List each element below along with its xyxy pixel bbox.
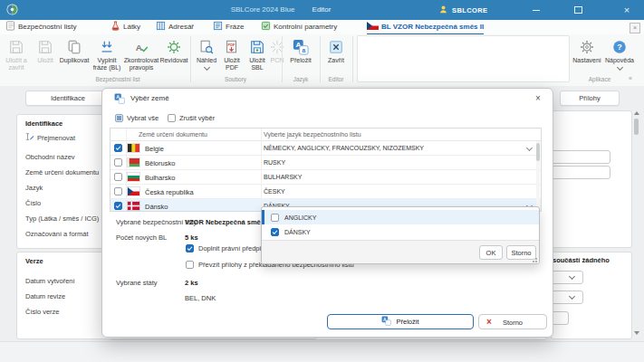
title-bar: SBLCore 2024 Blue Editor SBLCORE × (0, 0, 644, 20)
maximize-button[interactable] (565, 0, 591, 20)
section-tab-identification[interactable]: Identifikace (25, 90, 111, 106)
translate-icon: Aa (284, 37, 318, 55)
deselect-all-checkbox[interactable]: Zrušit výběr (168, 113, 215, 123)
country-row[interactable]: BulharskoBULHARSKY (111, 170, 541, 185)
tab-safety-data-sheets[interactable]: Bezpečnostní listy (5, 20, 76, 33)
minimize-button[interactable] (524, 0, 549, 20)
settings-button[interactable]: Nastavení (571, 37, 603, 64)
cancel-button[interactable]: × Storno (478, 314, 547, 329)
country-name: Dánsko (145, 203, 168, 211)
country-checkbox[interactable] (114, 202, 122, 210)
tab-document-editor[interactable]: BL VZOR Nebezpečná směs II (367, 20, 484, 35)
ribbon-group-label: Soubory (204, 76, 267, 82)
country-checkbox[interactable] (114, 144, 122, 152)
cancel-button-label: Storno (479, 319, 546, 327)
scrollbar-down-arrow[interactable] (634, 331, 639, 335)
app-logo-icon (5, 3, 19, 18)
checkbox-unchecked[interactable] (186, 261, 194, 269)
save-and-close-button[interactable]: Uložit a zavřít (0, 37, 33, 71)
save-button[interactable]: Uložit (33, 37, 58, 64)
tab-label: BL VZOR Nebezpečná směs II (381, 23, 484, 31)
close-editor-icon (322, 37, 351, 55)
select-all-checkbox[interactable]: Vybrat vše (115, 113, 159, 123)
close-window-button[interactable]: × (614, 0, 639, 20)
revise-button[interactable]: Revidovat (159, 37, 188, 64)
preview-button[interactable]: Náhled (194, 37, 219, 71)
account-button[interactable]: SBLCORE (438, 3, 487, 17)
flag-icon (128, 202, 139, 210)
status-strip (0, 341, 644, 362)
selected-states-codes: BEL, DNK (185, 294, 216, 302)
table-scrollbar-thumb[interactable] (536, 143, 540, 161)
save-pdf-button[interactable]: PDF Uložit PDF (219, 37, 245, 71)
spellcheck-icon: A (123, 37, 159, 55)
language-value: NĚMECKY, ANGLICKY, FRANCOUZSKY, NIZOZEMS… (264, 145, 424, 151)
country-checkbox[interactable] (114, 173, 122, 181)
language-option[interactable]: ANGLICKY (262, 210, 539, 224)
country-row[interactable]: Česká republikaČESKY (111, 185, 541, 199)
main-tab-strip: Bezpečnostní listy Látky Adresář Fráze K… (0, 20, 644, 35)
legal-regulations-checkbox[interactable]: Doplnit právní předpisy (186, 244, 268, 252)
tab-address-book[interactable]: Adresář (156, 20, 194, 33)
tab-phrases[interactable]: Fráze (213, 20, 244, 33)
checkbox-checked[interactable] (186, 244, 194, 252)
language-option[interactable]: DÁNSKY (262, 224, 539, 239)
option-label: ANGLICKY (284, 214, 316, 221)
chevron-down-icon[interactable] (526, 145, 533, 151)
country-row[interactable]: BěloruskoRUSKY (111, 156, 541, 170)
svg-text:A: A (136, 43, 142, 52)
country-checkbox[interactable] (114, 187, 122, 195)
scrollbar-thumb[interactable] (634, 119, 639, 135)
table-scrollbar[interactable] (536, 141, 540, 211)
tab-label: Látky (123, 23, 140, 31)
ribbon-collapse-icon[interactable]: « (629, 75, 632, 81)
translate-button-ribbon[interactable]: Aa Přeložit (284, 37, 318, 64)
rename-link[interactable]: Přejmenovat (25, 132, 75, 143)
fill-phrases-icon (91, 37, 123, 55)
option-checkbox[interactable] (271, 228, 279, 236)
help-button[interactable]: ? Nápověda (603, 37, 636, 71)
tab-control-parameters[interactable]: Kontrolní parametry (261, 20, 337, 33)
close-tab-button[interactable]: × (630, 23, 640, 33)
user-icon (438, 5, 448, 16)
duplicate-button[interactable]: Duplikovat (58, 37, 91, 64)
section-tab-attachments[interactable]: Přílohy (560, 90, 620, 106)
checkbox-indeterminate[interactable] (115, 114, 123, 122)
preview-icon (194, 37, 219, 55)
rename-label: Přejmenovat (37, 134, 75, 142)
save-sbl-button[interactable]: Uložit SBL (245, 37, 270, 71)
chevron-down-icon (203, 64, 209, 71)
country-row[interactable]: BelgieNĚMECKY, ANGLICKY, FRANCOUZSKY, NI… (111, 141, 541, 156)
checkbox-unchecked[interactable] (168, 114, 176, 122)
dropdown-ok-button[interactable]: OK (479, 245, 503, 260)
chevron-down-icon (616, 64, 622, 71)
new-sheets-value: 5 ks (185, 233, 198, 242)
option-checkbox[interactable] (271, 214, 279, 222)
svg-text:?: ? (617, 43, 622, 52)
flag-icon (128, 158, 139, 167)
revise-gear-icon (159, 37, 188, 55)
field-label: Číslo (25, 199, 41, 207)
gear-icon (571, 37, 603, 55)
close-editor-button[interactable]: Zavřít (322, 37, 351, 64)
selected-sheets-value: VZOR Nebezpečná směs II (185, 218, 270, 226)
country-name: Česká republika (145, 188, 194, 196)
column-header-language: Vyberte jazyk bezpečnostního listu (264, 131, 361, 138)
card-title: Identifikace (25, 119, 62, 128)
pdf-icon: PDF (219, 37, 245, 55)
field-label: Datum revize (25, 292, 65, 300)
spellcheck-button[interactable]: A Zkontrolovat pravopis (123, 37, 159, 71)
attachments-card-top (551, 110, 632, 248)
country-checkbox[interactable] (114, 158, 122, 167)
scrollbar-up-arrow[interactable] (634, 111, 639, 115)
resize-grip[interactable] (533, 258, 537, 262)
fill-phrases-button[interactable]: Vyplnit fráze (BL) (91, 37, 123, 71)
ribbon-group-label: Editor (322, 76, 351, 82)
tab-substances[interactable]: Látky (111, 20, 140, 33)
selected-states-label: Vybrané státy (116, 279, 158, 287)
translate-button[interactable]: A Přeložit (327, 314, 474, 329)
country-table: Země určení dokumentu Vyberte jazyk bezp… (110, 128, 542, 212)
dialog-close-button[interactable]: × (528, 91, 548, 105)
card-title: Verze (25, 257, 43, 265)
tab-label: Adresář (168, 23, 194, 31)
